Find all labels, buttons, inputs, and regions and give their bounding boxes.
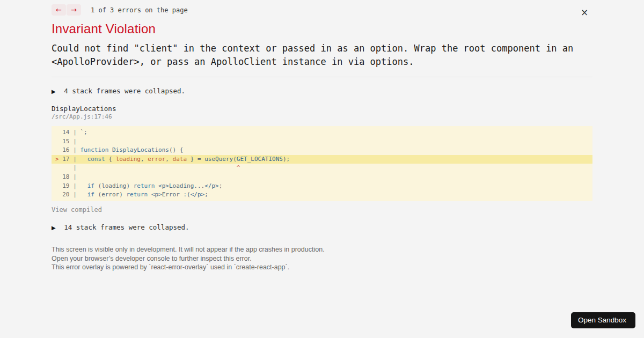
collapsed-frames-top-label: 4 stack frames were collapsed. bbox=[64, 87, 185, 95]
collapsed-frames-bottom-label: 14 stack frames were collapsed. bbox=[64, 223, 189, 231]
code-line: 19 | if (loading) return <p>Loading...</… bbox=[52, 182, 592, 191]
collapsed-frames-top[interactable]: ▶ 4 stack frames were collapsed. bbox=[52, 87, 185, 95]
error-navigation: ← → 1 of 3 errors on the page bbox=[52, 4, 188, 16]
code-line: > 17 | const { loading, error, data } = … bbox=[52, 155, 592, 164]
collapsed-frames-bottom[interactable]: ▶ 14 stack frames were collapsed. bbox=[52, 223, 189, 231]
code-line: 14 | `; bbox=[52, 128, 592, 137]
arrow-right-icon: → bbox=[71, 6, 77, 14]
code-line: 16 | function DisplayLocations() { bbox=[52, 146, 592, 155]
divider bbox=[52, 77, 592, 77]
prev-error-button[interactable]: ← bbox=[52, 4, 66, 16]
close-icon: × bbox=[581, 7, 588, 18]
error-overlay: ← → 1 of 3 errors on the page × Invarian… bbox=[0, 0, 644, 338]
close-button[interactable]: × bbox=[579, 6, 590, 18]
view-compiled-link[interactable]: View compiled bbox=[52, 206, 102, 214]
footer-note: This screen is visible only in developme… bbox=[52, 245, 325, 272]
code-line: | ^ bbox=[52, 164, 592, 173]
expand-triangle-icon: ▶ bbox=[52, 89, 56, 94]
code-line: 18 | bbox=[52, 173, 592, 182]
error-message: Could not find "client" in the context o… bbox=[52, 42, 592, 69]
error-title: Invariant Violation bbox=[52, 21, 156, 36]
footer-line: Open your browser’s developer console to… bbox=[52, 254, 325, 263]
code-block: 14 | `; 15 | 16 | function DisplayLocati… bbox=[52, 126, 592, 201]
arrow-left-icon: ← bbox=[56, 6, 62, 14]
stack-frame-location: /src/App.js:17:46 bbox=[52, 113, 112, 120]
expand-triangle-icon: ▶ bbox=[52, 225, 56, 231]
footer-line: This screen is visible only in developme… bbox=[52, 245, 325, 254]
error-counter: 1 of 3 errors on the page bbox=[91, 6, 188, 14]
footer-line: This error overlay is powered by `react-… bbox=[52, 263, 325, 272]
code-line: 20 | if (error) return <p>Error :(</p>; bbox=[52, 190, 592, 200]
next-error-button[interactable]: → bbox=[67, 4, 81, 16]
code-line: 15 | bbox=[52, 137, 592, 146]
open-sandbox-button[interactable]: Open Sandbox bbox=[571, 312, 635, 328]
stack-frame-function: DisplayLocations bbox=[52, 105, 116, 113]
